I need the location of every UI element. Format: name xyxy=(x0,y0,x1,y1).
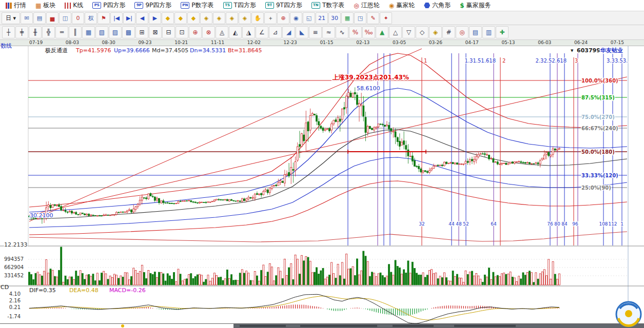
parallel-lines-tool-button[interactable]: ≡ xyxy=(309,26,322,38)
chart-text-label: 100.0%(360) xyxy=(581,78,618,84)
wave-tool-button[interactable]: ∿ xyxy=(336,26,348,38)
chart-text-label: 603799 xyxy=(577,47,600,54)
service-tool-button[interactable]: ✦ xyxy=(380,12,392,24)
percent-tool-button[interactable]: % xyxy=(349,26,362,38)
diamond-tool-button[interactable]: ◇ xyxy=(416,26,428,38)
cross-line-tool-button[interactable]: ┼ xyxy=(2,26,15,38)
mail-button[interactable]: ✉ xyxy=(21,12,33,24)
notebook-icon: ▤ xyxy=(37,15,42,22)
triangle-solid-tool-button[interactable]: ▲ xyxy=(376,26,388,38)
triangle-down-tool-button[interactable]: ▽ xyxy=(402,26,415,38)
grid-view-icon: ▦ xyxy=(345,15,350,22)
angle-tool-button[interactable]: ∠ xyxy=(256,26,268,38)
chart-text-label: 0.21 xyxy=(9,304,21,310)
date-label: 03-05 xyxy=(393,40,406,46)
add-cross-icon: ＋ xyxy=(268,14,274,22)
gann-wheel-4-button[interactable]: ◈ xyxy=(239,12,251,24)
vline-tool-button[interactable]: ║ xyxy=(69,26,82,38)
crosshair-button[interactable]: ⊕ xyxy=(277,12,289,24)
triangle-right-tool-button[interactable]: ◮ xyxy=(242,26,255,38)
triangle-left-tool-button[interactable]: ◭ xyxy=(229,26,242,38)
pan-hand-button[interactable]: ✋ xyxy=(251,12,264,24)
gann-wheel-3-button[interactable]: ◈ xyxy=(226,12,238,24)
gann-wheel-1-button[interactable]: ◈ xyxy=(200,12,212,24)
add-cross-button[interactable]: ＋ xyxy=(264,12,277,24)
chart-text-label: 76 xyxy=(547,221,553,227)
shade-right-tool-button[interactable]: ▨ xyxy=(109,26,122,38)
adjust-rights-button[interactable]: 权 xyxy=(85,12,97,24)
mini-window-button[interactable]: ◱ xyxy=(303,12,315,24)
grid-view-button[interactable]: ▦ xyxy=(341,12,354,24)
dual-panel-button[interactable]: ◫ xyxy=(59,12,71,24)
rows-tool-button[interactable]: ▤ xyxy=(469,26,482,38)
step-back-button[interactable]: ◀ xyxy=(136,12,148,24)
menu-item-9p-square[interactable]: 9P9P四方形 xyxy=(130,0,176,11)
notebook-button[interactable]: ▤ xyxy=(33,12,46,24)
save-button[interactable]: ◳ xyxy=(354,12,366,24)
vert-cross-tool-button[interactable]: ╫ xyxy=(29,26,42,38)
annotate-button[interactable]: ✎ xyxy=(367,12,379,24)
menu-item-t-square[interactable]: TST四方形 xyxy=(219,0,261,11)
reset-zero-icon: 0 xyxy=(76,15,80,22)
menu-item-winner-wheel[interactable]: ◉赢家轮 xyxy=(384,0,419,11)
double-cross-tool-button[interactable]: ╪ xyxy=(15,26,28,38)
menu-item-sectors[interactable]: ▦板块 xyxy=(31,0,60,11)
service-tool-icon: ✦ xyxy=(383,15,388,22)
gann-square-2-button[interactable]: ◆ xyxy=(174,12,187,24)
cols-tool-button[interactable]: ▥ xyxy=(482,26,495,38)
chart-text-label: 662904 xyxy=(4,264,24,270)
square-dot-tool-button[interactable]: ⊡ xyxy=(175,26,188,38)
hline-tool-button[interactable]: ═ xyxy=(55,26,68,38)
winner-assistant-logo[interactable] xyxy=(614,300,643,328)
gann-square-2-icon: ◆ xyxy=(179,15,183,22)
shade-left-tool-button[interactable]: ▧ xyxy=(95,26,108,38)
preset-30-button[interactable]: 30 xyxy=(328,12,341,24)
menu-item-quotes[interactable]: 行情 xyxy=(1,0,31,11)
mini-chart-button[interactable]: ▅ xyxy=(46,12,58,24)
square-x-tool-button[interactable]: ⊠ xyxy=(149,26,162,38)
hash-tool-button[interactable]: # xyxy=(442,26,455,38)
menu-item-p-table[interactable]: PNP数字表 xyxy=(176,0,218,11)
snapshot-button[interactable]: ◉ xyxy=(290,12,302,24)
menu-item-p-square[interactable]: PSP四方形 xyxy=(88,0,130,11)
grid-cross-tool-button[interactable]: ╬ xyxy=(42,26,55,38)
period-day-selector-button[interactable]: 日 ▾ xyxy=(2,12,20,24)
square-minus-tool-button[interactable]: ⊟ xyxy=(162,26,175,38)
shade-dense-tool-button[interactable]: ▩ xyxy=(122,26,135,38)
preset-21-button[interactable]: 21 xyxy=(316,12,328,24)
gann-wheel-2-button[interactable]: ◈ xyxy=(213,12,225,24)
triangle-up-tool-button[interactable]: △ xyxy=(389,26,402,38)
stock-chart-svg[interactable]: 极反通道Tp=41.5976Up=39.6666Md=37.4505Dn=34.… xyxy=(0,46,644,324)
menu-item-kline[interactable]: K线 xyxy=(60,0,88,11)
square-plus-tool-button[interactable]: ⊞ xyxy=(135,26,148,38)
rows-tool-icon: ▤ xyxy=(473,29,478,36)
plus-heavy-tool-button[interactable]: ✚ xyxy=(496,26,509,38)
flag-button[interactable]: ⚑ xyxy=(97,12,110,24)
menu-item-t-table[interactable]: TNT数字表 xyxy=(307,0,349,11)
jump-last-button[interactable]: ▶| xyxy=(123,12,135,24)
nine-p-square-icon: 9P xyxy=(134,2,143,9)
target-tool-button[interactable]: ◎ xyxy=(456,26,469,38)
corner-ul-tool-button[interactable]: ◣ xyxy=(296,26,308,38)
menu-item-9t-square[interactable]: 9T9T四方形 xyxy=(261,0,307,11)
circle-x-tool-button[interactable]: ⊗ xyxy=(202,26,215,38)
permille-tool-button[interactable]: ‰ xyxy=(362,26,375,38)
right-triangle-tool-button[interactable]: ⊿ xyxy=(269,26,282,38)
menu-item-gann-wheel[interactable]: ◎江恩轮 xyxy=(349,0,384,11)
menu-item-hexagon[interactable]: 六角形 xyxy=(419,0,455,11)
triangle-dot-tool-button[interactable]: ◬ xyxy=(216,26,228,38)
square-minus-tool-icon: ⊟ xyxy=(166,29,171,36)
jump-first-button[interactable]: |◀ xyxy=(110,12,123,24)
diamond-dot-tool-button[interactable]: ◈ xyxy=(429,26,442,38)
step-forward-button[interactable]: ▶ xyxy=(149,12,161,24)
gann-square-1-button[interactable]: ◆ xyxy=(162,12,174,24)
circle-plus-tool-button[interactable]: ⊕ xyxy=(189,26,202,38)
approx-tool-button[interactable]: ≈ xyxy=(322,26,335,38)
corner-dl-tool-button[interactable]: ◢ xyxy=(282,26,295,38)
chart-area[interactable]: 数线 CD 极反通道Tp=41.5976Up=39.6666Md=37.4505… xyxy=(0,46,644,324)
gann-square-3-button[interactable]: ◆ xyxy=(187,12,200,24)
reset-zero-button[interactable]: 0 xyxy=(72,12,84,24)
date-label: 05-13 xyxy=(501,40,515,46)
menu-item-winner-service[interactable]: $赢家服务 xyxy=(455,0,495,11)
grid-fill-tool-button[interactable]: ▦ xyxy=(82,26,95,38)
